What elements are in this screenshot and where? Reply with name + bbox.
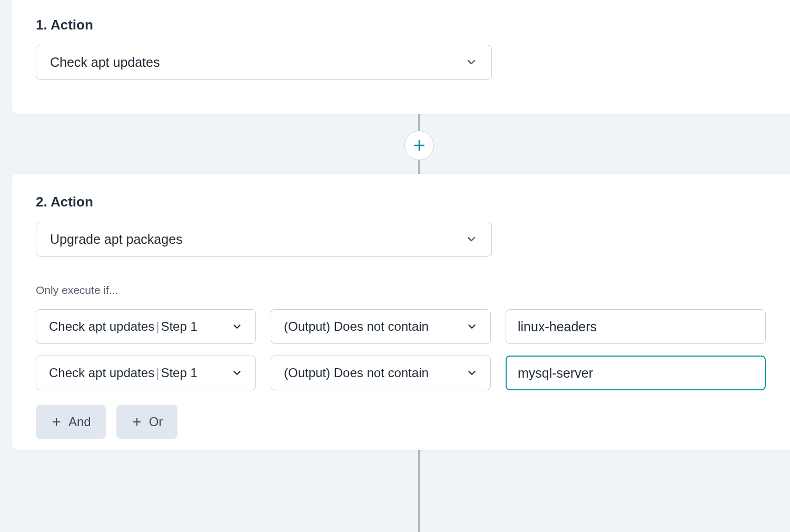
condition-source-value: Check apt updates|Step 1 bbox=[49, 366, 197, 380]
step-title: 2. Action bbox=[36, 194, 766, 210]
chevron-down-icon bbox=[231, 321, 243, 332]
workflow-canvas: 1. Action Check apt updates 2. Action Up… bbox=[0, 0, 790, 532]
step-card-1: 1. Action Check apt updates bbox=[12, 0, 790, 114]
add-or-label: Or bbox=[149, 415, 163, 429]
plus-icon bbox=[131, 416, 143, 428]
condition-source-select[interactable]: Check apt updates|Step 1 bbox=[36, 309, 256, 344]
add-and-label: And bbox=[68, 415, 91, 429]
condition-button-row: And Or bbox=[36, 405, 766, 439]
condition-source-value: Check apt updates|Step 1 bbox=[49, 319, 197, 334]
add-and-button[interactable]: And bbox=[36, 405, 106, 439]
action-select-value: Upgrade apt packages bbox=[50, 232, 183, 247]
connector-line bbox=[418, 450, 420, 532]
step-title: 1. Action bbox=[36, 17, 766, 33]
condition-row: Check apt updates|Step 1 (Output) Does n… bbox=[36, 356, 766, 390]
plus-icon bbox=[51, 416, 62, 428]
action-select-value: Check apt updates bbox=[50, 55, 160, 70]
action-select[interactable]: Upgrade apt packages bbox=[36, 222, 492, 257]
chevron-down-icon bbox=[231, 367, 243, 379]
add-step-button[interactable] bbox=[404, 131, 434, 160]
condition-row: Check apt updates|Step 1 (Output) Does n… bbox=[36, 309, 766, 344]
chevron-down-icon bbox=[466, 321, 478, 332]
step-card-2: 2. Action Upgrade apt packages Only exec… bbox=[12, 174, 790, 450]
condition-heading: Only execute if... bbox=[36, 284, 766, 297]
chevron-down-icon bbox=[465, 233, 478, 245]
condition-operator-select[interactable]: (Output) Does not contain bbox=[271, 356, 491, 390]
chevron-down-icon bbox=[465, 56, 478, 68]
add-or-button[interactable]: Or bbox=[116, 405, 178, 439]
condition-value-input[interactable] bbox=[506, 356, 766, 390]
condition-value-input[interactable] bbox=[506, 309, 766, 344]
condition-operator-value: (Output) Does not contain bbox=[284, 366, 429, 380]
plus-icon bbox=[412, 139, 426, 152]
action-select[interactable]: Check apt updates bbox=[36, 45, 492, 80]
condition-operator-value: (Output) Does not contain bbox=[284, 319, 429, 334]
condition-operator-select[interactable]: (Output) Does not contain bbox=[271, 309, 491, 344]
condition-source-select[interactable]: Check apt updates|Step 1 bbox=[36, 356, 256, 390]
chevron-down-icon bbox=[466, 367, 478, 379]
